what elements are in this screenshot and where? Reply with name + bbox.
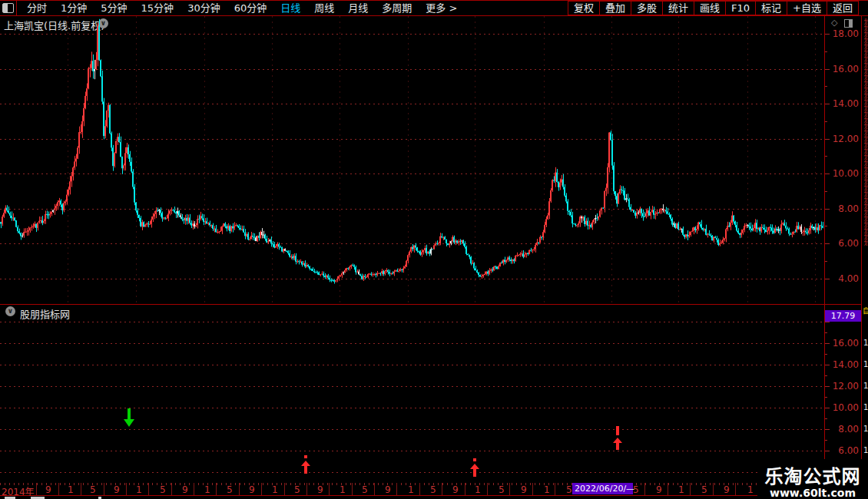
y-axis-label: 4.00 [827,273,859,284]
axis-border [824,16,825,496]
timeline-separator [644,483,645,495]
timeline-separator [329,483,330,495]
timeline-label: 5 [499,484,505,495]
timeline-separator [194,483,194,495]
sub-y-axis-label: 10.00 [827,402,859,413]
timeline-separator [555,483,555,495]
timeline-label: 5 [430,484,436,495]
timeline-label: 1 [544,484,550,495]
toolbar-divider [16,1,17,15]
timeline-label: 1 [475,484,481,495]
sub-gridline [0,322,824,322]
timeline-label: 1 [68,484,74,495]
clipped-digit: 1 [863,339,868,347]
period-tab-5[interactable]: 30分钟 [181,1,227,15]
watermark: 乐淘公式网 www.60lt.com [757,459,868,499]
axis-tick [824,69,830,70]
period-tab-11[interactable]: 更多 > [419,1,464,15]
toolbar-button-2[interactable]: 叠加 [599,1,631,15]
panel-toggle-icon[interactable] [2,3,14,13]
sub-y-axis-label: 16.00 [827,338,859,349]
timeline-label: 5 [362,484,368,495]
axis-tick [824,408,830,408]
clipped-digit: 1 [863,425,868,433]
signal-arrow-up-dot-icon [469,458,480,481]
toolbar-button-9[interactable]: 返回 [827,1,859,15]
timeline-separator [374,483,375,495]
toolbar-button-5[interactable]: 画线 [694,1,726,15]
clipped-char: 自 [863,306,868,316]
toolbar-button-4[interactable]: 统计 [662,1,694,15]
axis-tick [824,243,830,244]
timeline-separator [668,483,668,495]
timeline-separator [126,483,127,495]
sub-gridline [0,365,824,365]
period-tab-8[interactable]: 周线 [307,1,341,15]
period-tab-1[interactable]: 分时 [20,1,54,15]
toolbar-right-buttons: 复权叠加多股统计画线F10标记+自选返回 [568,1,859,15]
timeline[interactable]: 2014年 2022/06/20/— 915915915915915915915… [0,483,868,496]
y-axis-label: 6.00 [827,238,859,249]
sub-gridline [0,451,824,451]
toolbar-button-8[interactable]: +自选 [787,1,827,15]
timeline-separator [735,483,736,495]
axis-tick [824,139,830,140]
axis-tick [824,322,830,322]
timeline-label: 9 [452,484,459,495]
period-tab-4[interactable]: 15分钟 [134,1,181,15]
toolbar-button-6[interactable]: F10 [725,1,756,15]
timeline-label: 9 [114,484,120,495]
signal-arrow-up-bar-icon [612,426,623,454]
clipped-digit: 1 [863,360,868,368]
timeline-separator [487,483,488,495]
candlestick-chart[interactable] [0,16,824,303]
toolbar-button-1[interactable]: 复权 [568,1,600,15]
timeline-separator [148,483,149,495]
timeline-separator [306,483,307,495]
period-tab-3[interactable]: 5分钟 [94,1,134,15]
y-axis-label: 14.00 [827,98,859,109]
timeline-label: 1 [408,484,414,495]
period-tab-7[interactable]: 日线 [273,1,307,15]
diamond-icon[interactable]: ◇ [831,18,837,28]
clipped-status-row [0,496,868,499]
timeline-separator [532,483,533,495]
right-side-strip[interactable]: 划划划划划划划划划划划划划划划划划划划划划划划划划划划划划划划划划划划划划 自 … [861,16,868,496]
timeline-label: 1 [272,484,278,495]
watermark-url: www.60lt.com [757,487,868,499]
toolbar-button-7[interactable]: 标记 [755,1,787,15]
period-tab-10[interactable]: 多周期 [375,1,419,15]
axis-tick [824,34,830,35]
timeline-label: 9 [724,484,730,495]
axis-tick [824,365,830,365]
axis-tick [824,386,830,387]
timeline-label: 1 [678,484,684,495]
timeline-separator [465,483,465,495]
period-tab-2[interactable]: 1分钟 [54,1,94,15]
timeline-separator [284,483,285,495]
period-tab-9[interactable]: 月线 [341,1,375,15]
timeline-separator [509,483,510,495]
timeline-separator [442,483,442,495]
toolbar-button-3[interactable]: 多股 [631,1,663,15]
sub-chevron-down-icon[interactable]: ∨ [5,306,15,316]
period-tab-6[interactable]: 60分钟 [227,1,274,15]
timeline-separator [261,483,262,495]
sub-y-axis-label: 6.00 [827,445,859,456]
axis-tick [824,209,830,210]
timeline-separator [352,483,353,495]
clipped-digit: 1 [863,403,868,411]
period-toolbar: 分时1分钟5分钟15分钟30分钟60分钟日线周线月线多周期更多 > 复权叠加多股… [0,0,868,16]
timeline-label: 1 [340,484,346,495]
timeline-separator [171,483,172,495]
axis-tick [824,173,830,174]
window-icon[interactable] [844,19,853,28]
timeline-highlight: 2022/06/20/— [572,483,633,494]
clipped-digit: 1 [863,446,868,454]
timeline-label: 1 [136,484,142,495]
timeline-separator [690,483,691,495]
clipped-digit: 1 [863,382,868,390]
sub-gridline [0,472,824,473]
timeline-separator [419,483,420,495]
timeline-label: 1 [747,484,754,495]
